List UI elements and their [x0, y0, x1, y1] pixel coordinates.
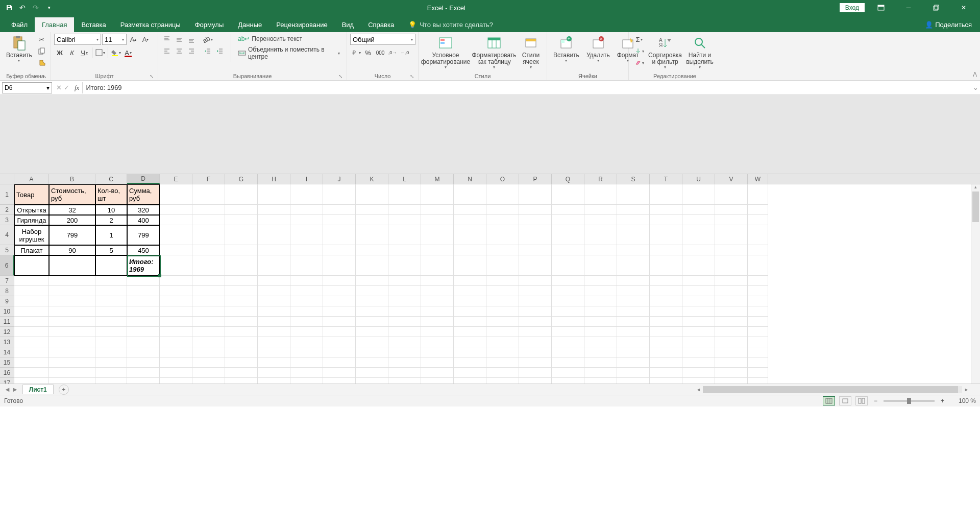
cell-N17[interactable] — [454, 378, 486, 384]
col-header-K[interactable]: K — [356, 174, 388, 184]
cell-a2[interactable]: Открытка — [14, 205, 49, 215]
cell-R5[interactable] — [584, 245, 617, 255]
cell-E6[interactable] — [160, 255, 192, 276]
cell-E2[interactable] — [160, 205, 192, 215]
cell-R3[interactable] — [584, 215, 617, 225]
col-header-J[interactable]: J — [323, 174, 356, 184]
cell-U2[interactable] — [682, 205, 715, 215]
page-layout-view-icon[interactable] — [839, 396, 851, 405]
cell-O7[interactable] — [486, 276, 519, 286]
sheet-tab-active[interactable]: Лист1 — [22, 385, 54, 394]
cell-V7[interactable] — [715, 276, 748, 286]
cell-d3[interactable]: 400 — [127, 215, 160, 225]
col-header-M[interactable]: M — [421, 174, 454, 184]
cell-F17[interactable] — [192, 378, 225, 384]
cell-P14[interactable] — [519, 347, 552, 357]
cell-E1[interactable] — [160, 184, 192, 205]
cell-S7[interactable] — [617, 276, 650, 286]
cell-V6[interactable] — [715, 255, 748, 276]
cell-O13[interactable] — [486, 337, 519, 347]
decrease-decimal-icon[interactable]: ←,0 — [399, 47, 410, 58]
cell-R8[interactable] — [584, 286, 617, 296]
cell-F8[interactable] — [192, 286, 225, 296]
cell-F3[interactable] — [192, 215, 225, 225]
cell-b2[interactable]: 32 — [49, 205, 95, 215]
cell-L1[interactable] — [388, 184, 421, 205]
cell-T12[interactable] — [650, 327, 682, 337]
cell-U7[interactable] — [682, 276, 715, 286]
cell-C8[interactable] — [95, 286, 127, 296]
cell-Q14[interactable] — [552, 347, 584, 357]
cell-L16[interactable] — [388, 368, 421, 378]
cell-E10[interactable] — [160, 306, 192, 317]
cell-W5[interactable] — [748, 245, 768, 255]
cell-W1[interactable] — [748, 184, 768, 205]
cell-K11[interactable] — [356, 317, 388, 327]
cell-V14[interactable] — [715, 347, 748, 357]
cell-J15[interactable] — [323, 357, 356, 368]
cell-N3[interactable] — [454, 215, 486, 225]
cell-G17[interactable] — [225, 378, 258, 384]
cell-J8[interactable] — [323, 286, 356, 296]
row-header-11[interactable]: 11 — [0, 317, 14, 327]
cell-A10[interactable] — [14, 306, 49, 317]
cell-V2[interactable] — [715, 205, 748, 215]
cell-R1[interactable] — [584, 184, 617, 205]
cell-S15[interactable] — [617, 357, 650, 368]
italic-button[interactable]: К — [66, 47, 78, 58]
accounting-format-icon[interactable]: ₽ — [350, 47, 361, 58]
cell-S3[interactable] — [617, 215, 650, 225]
cell-N16[interactable] — [454, 368, 486, 378]
row-header-13[interactable]: 13 — [0, 337, 14, 347]
cell-c2[interactable]: 10 — [95, 205, 127, 215]
font-name-combo[interactable]: Calibri▾ — [54, 34, 101, 45]
cell-O8[interactable] — [486, 286, 519, 296]
increase-font-icon[interactable]: A▴ — [128, 34, 139, 45]
cell-K6[interactable] — [356, 255, 388, 276]
cell-R13[interactable] — [584, 337, 617, 347]
cell-S5[interactable] — [617, 245, 650, 255]
cell-A15[interactable] — [14, 357, 49, 368]
cell-W11[interactable] — [748, 317, 768, 327]
cell-I15[interactable] — [290, 357, 323, 368]
cell-V10[interactable] — [715, 306, 748, 317]
number-launcher-icon[interactable]: ⤡ — [410, 74, 414, 79]
cell-I8[interactable] — [290, 286, 323, 296]
cell-L4[interactable] — [388, 225, 421, 245]
tell-me-input[interactable]: 💡 Что вы хотите сделать? — [401, 17, 500, 32]
cell-S17[interactable] — [617, 378, 650, 384]
cell-R15[interactable] — [584, 357, 617, 368]
cell-H7[interactable] — [258, 276, 290, 286]
cell-V13[interactable] — [715, 337, 748, 347]
cell-B13[interactable] — [49, 337, 95, 347]
cell-D17[interactable] — [127, 378, 160, 384]
cell-E14[interactable] — [160, 347, 192, 357]
normal-view-icon[interactable] — [823, 396, 835, 405]
percent-icon[interactable]: % — [362, 47, 374, 58]
cell-H10[interactable] — [258, 306, 290, 317]
bold-button[interactable]: Ж — [54, 47, 65, 58]
orientation-icon[interactable]: ab — [202, 34, 213, 45]
cell-O9[interactable] — [486, 296, 519, 306]
cell-F12[interactable] — [192, 327, 225, 337]
cell-D7[interactable] — [127, 276, 160, 286]
cell-K4[interactable] — [356, 225, 388, 245]
cell-V5[interactable] — [715, 245, 748, 255]
cell-U6[interactable] — [682, 255, 715, 276]
increase-indent-icon[interactable] — [214, 45, 226, 57]
cell-I1[interactable] — [290, 184, 323, 205]
cell-G9[interactable] — [225, 296, 258, 306]
col-header-I[interactable]: I — [290, 174, 323, 184]
cell-D9[interactable] — [127, 296, 160, 306]
cell-L10[interactable] — [388, 306, 421, 317]
row-header-8[interactable]: 8 — [0, 286, 14, 296]
cell-H11[interactable] — [258, 317, 290, 327]
cell-A13[interactable] — [14, 337, 49, 347]
hscroll-thumb[interactable] — [703, 386, 958, 393]
cell-R16[interactable] — [584, 368, 617, 378]
cell-K7[interactable] — [356, 276, 388, 286]
cell-U4[interactable] — [682, 225, 715, 245]
tab-view[interactable]: Вид — [335, 17, 361, 32]
align-center-icon[interactable] — [174, 45, 185, 57]
cell-F13[interactable] — [192, 337, 225, 347]
